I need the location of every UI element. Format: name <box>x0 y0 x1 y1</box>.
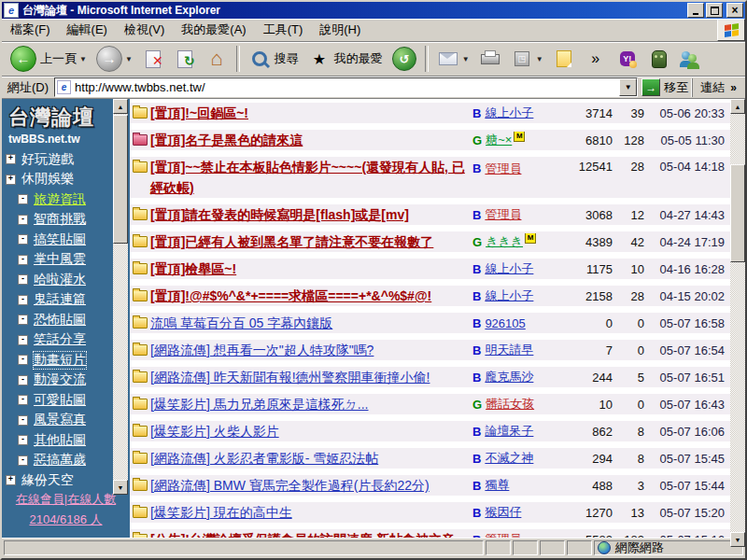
restore-button[interactable] <box>706 3 723 18</box>
scrollbar-thumb[interactable] <box>113 115 128 244</box>
author-link[interactable]: 糖~× <box>486 132 512 148</box>
sidebar-item-label[interactable]: 動漫交流 <box>34 371 86 388</box>
menu-item-3[interactable]: 我的最愛(A) <box>173 20 254 40</box>
menu-item-1[interactable]: 編輯(E) <box>59 20 116 40</box>
collapse-icon[interactable]: - <box>18 194 28 204</box>
close-button[interactable]: × <box>726 3 743 18</box>
topic-title-link[interactable]: 流鳴 草莓百分百 05 字幕內鑲版 <box>150 314 472 332</box>
sidebar-item-label[interactable]: 緣份天空 <box>21 472 74 487</box>
author-link[interactable]: 龐克馬沙 <box>485 369 533 385</box>
stop-button[interactable]: ✕ <box>138 46 168 72</box>
collapse-icon[interactable]: - <box>18 315 28 325</box>
author-link[interactable]: 髒話女孩 <box>486 396 534 413</box>
sidebar-item-label[interactable]: 風景寫真 <box>34 412 86 428</box>
sidebar-scrollbar[interactable]: ▲ ▼ <box>113 99 128 495</box>
chevron-down-icon[interactable]: ▼ <box>462 55 470 63</box>
topic-title-link[interactable]: [置頂]已經有人被到黑名單了請注意不要在報數了 <box>150 232 472 251</box>
sidebar-item-label[interactable]: 其他貼圖 <box>34 432 86 449</box>
note-button[interactable] <box>549 46 579 72</box>
author-link[interactable]: 線上小子 <box>485 105 533 121</box>
online-members-link[interactable]: 在線會員|在線人數 <box>2 491 130 508</box>
sidebar-item-label[interactable]: 休閒娛樂 <box>21 171 74 188</box>
mail-button[interactable]: ▼ <box>433 46 473 72</box>
expand-icon[interactable]: + <box>6 154 16 164</box>
topic-title-link[interactable]: [置頂]~~禁止在本板貼色情影片~~~~(還發現有人貼, 已經砍帳) <box>150 157 472 198</box>
address-dropdown-button[interactable]: ▼ <box>619 78 637 96</box>
scroll-up-button[interactable]: ▲ <box>730 99 745 114</box>
sidebar-item-label[interactable]: 智商挑戰 <box>34 211 86 228</box>
author-link[interactable]: 明天請早 <box>485 342 533 358</box>
scroll-down-button[interactable]: ▼ <box>730 532 745 547</box>
sidebar-item-label[interactable]: 哈啦灌水 <box>34 272 86 288</box>
sidebar-item-label[interactable]: 恐怖貼圖 <box>34 312 86 329</box>
topic-title-link[interactable]: [置頂]!@#$%^&*+====求檔區====+*&^%$#@! <box>150 287 472 305</box>
minimize-button[interactable] <box>687 3 704 18</box>
sidebar-item-label[interactable]: 笑話分享 <box>34 331 86 348</box>
collapse-icon[interactable]: - <box>18 375 28 385</box>
collapse-icon[interactable]: - <box>18 355 28 365</box>
collapse-icon[interactable]: - <box>18 455 28 466</box>
topic-title-link[interactable]: [爆笑影片] 火柴人影片 <box>150 422 472 441</box>
collapse-icon[interactable]: - <box>18 215 28 225</box>
menu-item-2[interactable]: 檢視(V) <box>116 20 173 40</box>
go-button[interactable]: → 移至 <box>641 78 688 96</box>
favorites-button[interactable]: ★我的最愛 <box>304 46 387 72</box>
collapse-icon[interactable]: - <box>18 255 28 265</box>
expand-icon[interactable]: + <box>6 475 16 485</box>
topic-title-link[interactable]: [網路流傳] 想再看一次"超人特攻隊"嗎? <box>150 341 472 359</box>
topic-title-link[interactable]: [公告]!台灣論壇受保護會員的訪問速度 新帖會被立音 <box>150 530 472 538</box>
collapse-icon[interactable]: - <box>18 274 28 285</box>
sidebar-item-label[interactable]: 動畫短片 <box>34 352 86 369</box>
topic-title-link[interactable]: [網路流傳] BMW 寶馬完全製作過程(片長約22分) <box>150 476 472 495</box>
msn-button[interactable] <box>676 46 706 72</box>
yahoo-button[interactable]: Y! <box>613 46 642 72</box>
sidebar-item-label[interactable]: 惡搞萬歲 <box>34 452 86 469</box>
chevron-down-icon[interactable]: ▼ <box>79 55 87 63</box>
topic-title-link[interactable]: [爆笑影片] 現在的高中生 <box>150 503 472 522</box>
chevron-down-icon[interactable]: ▼ <box>536 55 543 63</box>
menu-item-0[interactable]: 檔案(F) <box>2 20 59 40</box>
topic-title-link[interactable]: [爆笑影片] 馬力兄弟原來是這樣死ㄉ... <box>150 395 472 413</box>
author-link[interactable]: 管理員 <box>485 206 521 223</box>
online-count-link[interactable]: 2104/6186 人 <box>2 511 130 528</box>
author-link[interactable]: 論壇呆子 <box>485 423 533 440</box>
messenger-bar-button[interactable]: » <box>581 46 611 72</box>
sidebar-item-label[interactable]: 旅遊資訊 <box>34 191 86 208</box>
author-link[interactable]: 管理員 <box>485 159 521 179</box>
page-scrollbar[interactable]: ▲ ▼ <box>730 99 745 538</box>
topic-title-link[interactable]: [置頂]檢舉區~! <box>150 259 472 278</box>
forward-button[interactable]: →▼ <box>92 44 136 74</box>
menu-item-5[interactable]: 說明(H) <box>311 20 369 40</box>
print-button[interactable] <box>475 46 505 72</box>
history-button[interactable]: ↺ <box>388 45 420 73</box>
topic-title-link[interactable]: [置頂]請在發表的時候寫明是[flash]或是[mv] <box>150 205 472 224</box>
search-button[interactable]: 搜尋 <box>245 46 303 72</box>
topic-title-link[interactable]: [置頂]!~回鍋區~! <box>150 104 472 122</box>
author-link[interactable]: 猴因仔 <box>485 504 521 521</box>
topic-title-link[interactable]: [置頂]名子是黑色的請來這 <box>150 131 472 149</box>
author-link[interactable]: 管理員 <box>485 531 521 538</box>
collapse-icon[interactable]: - <box>18 435 28 445</box>
refresh-button[interactable]: ↻ <box>170 46 200 72</box>
author-link[interactable]: ききき <box>486 233 523 250</box>
sidebar-item-label[interactable]: 鬼話連篇 <box>34 291 86 308</box>
topic-title-link[interactable]: [網路流傳] 昨天新聞有報!德州警察開車衝撞小偷! <box>150 368 472 386</box>
author-link[interactable]: 線上小子 <box>485 260 533 277</box>
scroll-down-button[interactable]: ▼ <box>113 480 128 495</box>
scrollbar-thumb[interactable] <box>730 164 745 262</box>
scroll-up-button[interactable]: ▲ <box>113 99 128 114</box>
back-button[interactable]: ←上一頁▼ <box>7 44 91 74</box>
home-button[interactable]: ⌂ <box>202 46 232 72</box>
expand-icon[interactable]: + <box>6 175 16 185</box>
collapse-icon[interactable]: - <box>18 335 28 345</box>
collapse-icon[interactable]: - <box>18 395 28 405</box>
sidebar-item-label[interactable]: 掌中風雲 <box>34 251 86 268</box>
menu-item-4[interactable]: 工具(T) <box>255 20 312 40</box>
author-link[interactable]: 線上小子 <box>485 287 533 304</box>
sidebar-item-label[interactable]: 可愛貼圖 <box>34 392 86 409</box>
creature-button[interactable] <box>644 46 674 72</box>
topic-title-link[interactable]: [網路流傳] 火影忍者電影版- 雪姬忍法帖 <box>150 449 472 468</box>
links-toolbar[interactable]: 連結 » <box>692 78 742 97</box>
chevron-down-icon[interactable]: ▼ <box>125 55 133 63</box>
collapse-icon[interactable]: - <box>18 415 28 426</box>
